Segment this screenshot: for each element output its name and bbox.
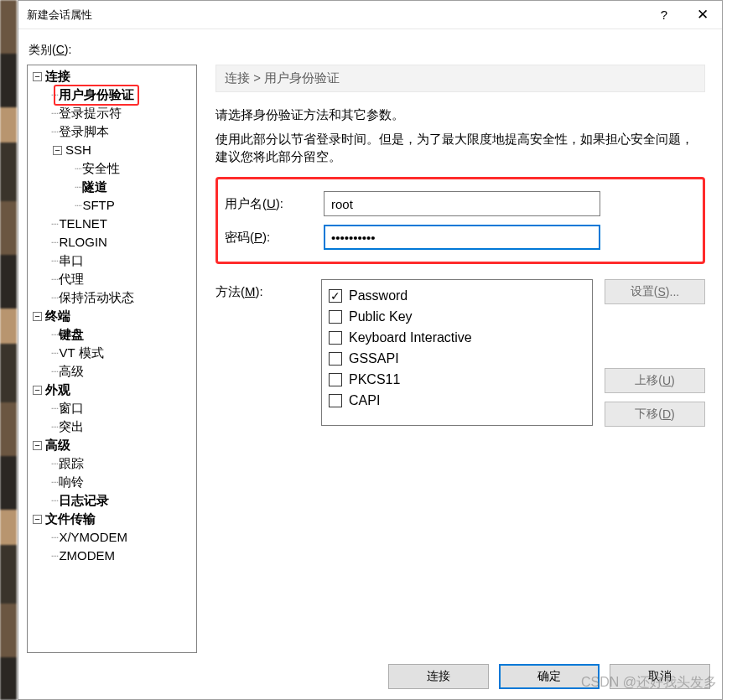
help-button[interactable]: ? [645, 1, 683, 29]
tree-node-sftp[interactable]: ┈SFTP [28, 196, 196, 215]
session-properties-dialog: 新建会话属性 ? ✕ 类别(C): −连接 ┈用户身份验证 ┈登录提示符 ┈登录… [18, 0, 723, 700]
tree-node-advanced[interactable]: −高级 [28, 436, 196, 454]
checkbox-icon[interactable] [329, 310, 342, 324]
tree-node-security[interactable]: ┈安全性 [28, 159, 196, 178]
credentials-highlight: 用户名(U): 密码(P): [215, 177, 705, 264]
category-tree[interactable]: −连接 ┈用户身份验证 ┈登录提示符 ┈登录脚本 −SSH ┈安全性 ┈隧道 ┈… [27, 65, 197, 653]
setup-button[interactable]: 设置(S)... [605, 279, 705, 304]
password-input[interactable] [324, 225, 600, 250]
tree-node-appearance[interactable]: −外观 [28, 381, 196, 399]
password-label: 密码(P): [225, 230, 324, 246]
tree-node-advanced1[interactable]: ┈高级 [28, 362, 196, 381]
username-label: 用户名(U): [225, 196, 324, 212]
connect-button[interactable]: 连接 [388, 664, 489, 689]
tree-node-tunnel[interactable]: ┈隧道 [28, 178, 196, 196]
tree-node-terminal[interactable]: −终端 [28, 307, 196, 325]
move-up-button[interactable]: 上移(U) [605, 368, 705, 393]
method-gssapi[interactable]: GSSAPI [329, 348, 585, 369]
window-title: 新建会话属性 [27, 8, 645, 23]
dialog-body: 类别(C): −连接 ┈用户身份验证 ┈登录提示符 ┈登录脚本 −SSH ┈安全… [18, 29, 722, 663]
close-button[interactable]: ✕ [683, 1, 722, 29]
checkbox-icon[interactable] [329, 331, 342, 345]
method-capi[interactable]: CAPI [329, 390, 585, 411]
checkbox-icon[interactable] [329, 373, 342, 386]
collapse-icon[interactable]: − [33, 515, 42, 524]
dialog-footer: 连接 确定 取消 [18, 654, 722, 699]
move-down-button[interactable]: 下移(D) [605, 402, 705, 427]
method-publickey[interactable]: Public Key [329, 306, 585, 327]
tree-node-connection[interactable]: −连接 [28, 67, 196, 86]
tree-node-bell[interactable]: ┈响铃 [28, 473, 196, 491]
collapse-icon[interactable]: − [33, 441, 42, 450]
method-keyboard-interactive[interactable]: Keyboard Interactive [329, 327, 585, 348]
tree-node-serial[interactable]: ┈串口 [28, 251, 196, 270]
collapse-icon[interactable]: − [33, 386, 42, 395]
method-pkcs11[interactable]: PKCS11 [329, 369, 585, 390]
tree-node-telnet[interactable]: ┈TELNET [28, 215, 196, 233]
tree-node-trace[interactable]: ┈跟踪 [28, 454, 196, 473]
method-listbox[interactable]: Password Public Key Keyboard Interactive… [321, 279, 593, 426]
tree-node-ssh[interactable]: −SSH [28, 141, 196, 159]
tree-node-auth[interactable]: ┈用户身份验证 [28, 86, 196, 104]
tree-node-filetransfer[interactable]: −文件传输 [28, 510, 196, 528]
description-line-1: 请选择身份验证方法和其它参数。 [215, 106, 705, 123]
tree-node-logging[interactable]: ┈日志记录 [28, 491, 196, 510]
ok-button[interactable]: 确定 [499, 664, 600, 689]
checkbox-icon[interactable] [329, 352, 342, 366]
breadcrumb: 连接 > 用户身份验证 [215, 65, 705, 92]
method-side-buttons: 设置(S)... 上移(U) 下移(D) [605, 279, 705, 435]
description-line-2: 使用此部分以节省登录时间。但是，为了最大限度地提高安全性，如果担心安全问题，建议… [215, 130, 705, 165]
checkbox-icon[interactable] [329, 394, 342, 407]
tree-node-vtmode[interactable]: ┈VT 模式 [28, 344, 196, 362]
titlebar: 新建会话属性 ? ✕ [18, 1, 722, 29]
background-strip [0, 0, 17, 700]
tree-node-rlogin[interactable]: ┈RLOGIN [28, 233, 196, 251]
tree-node-proxy[interactable]: ┈代理 [28, 270, 196, 288]
collapse-icon[interactable]: − [53, 146, 62, 155]
tree-node-highlight[interactable]: ┈突出 [28, 417, 196, 436]
tree-node-login-prompt[interactable]: ┈登录提示符 [28, 104, 196, 122]
tree-node-keyboard[interactable]: ┈键盘 [28, 325, 196, 344]
method-label: 方法(M): [215, 279, 321, 300]
checkbox-icon[interactable] [329, 289, 342, 303]
collapse-icon[interactable]: − [33, 72, 42, 81]
tree-node-xymodem[interactable]: ┈X/YMODEM [28, 528, 196, 547]
tree-node-zmodem[interactable]: ┈ZMODEM [28, 547, 196, 565]
tree-node-keepalive[interactable]: ┈保持活动状态 [28, 288, 196, 307]
tree-node-window[interactable]: ┈窗口 [28, 399, 196, 417]
collapse-icon[interactable]: − [33, 312, 42, 321]
tree-node-login-script[interactable]: ┈登录脚本 [28, 122, 196, 141]
category-label: 类别(C): [29, 43, 705, 58]
content-pane: 连接 > 用户身份验证 请选择身份验证方法和其它参数。 使用此部分以节省登录时间… [197, 65, 705, 435]
cancel-button[interactable]: 取消 [610, 664, 710, 689]
method-password[interactable]: Password [329, 285, 585, 306]
username-input[interactable] [324, 191, 600, 216]
